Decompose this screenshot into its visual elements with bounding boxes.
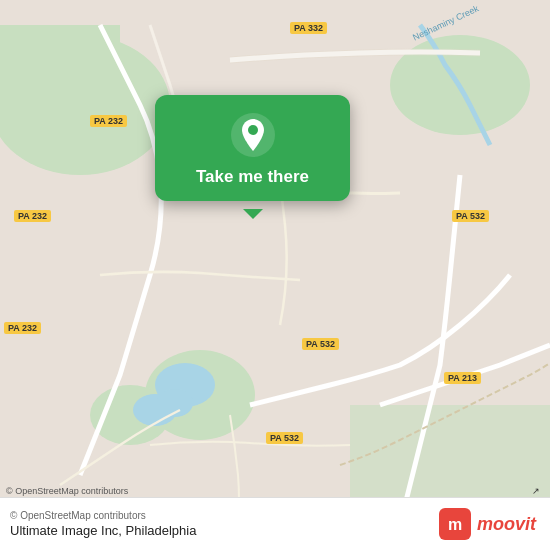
road-label-pa532-right: PA 532 bbox=[452, 210, 489, 222]
map-background bbox=[0, 0, 550, 550]
svg-point-11 bbox=[248, 125, 258, 135]
moovit-icon: m bbox=[439, 508, 471, 540]
road-label-pa213: PA 213 bbox=[444, 372, 481, 384]
road-label-pa232-mid: PA 232 bbox=[14, 210, 51, 222]
popup[interactable]: Take me there bbox=[155, 95, 350, 201]
road-label-pa232-bot: PA 232 bbox=[4, 322, 41, 334]
attribution-text: © OpenStreetMap contributors bbox=[10, 510, 196, 521]
moovit-text: moovit bbox=[477, 514, 536, 535]
moovit-logo[interactable]: m moovit bbox=[439, 508, 536, 540]
bottom-bar: © OpenStreetMap contributors Ultimate Im… bbox=[0, 497, 550, 550]
road-label-pa532-bot: PA 532 bbox=[266, 432, 303, 444]
road-label-pa232-top: PA 232 bbox=[90, 115, 127, 127]
osm-credit: © OpenStreetMap contributors bbox=[6, 486, 128, 496]
svg-text:m: m bbox=[448, 516, 462, 533]
map-container: PA 332 PA 232 PA 232 PA 232 PA 532 PA 53… bbox=[0, 0, 550, 550]
location-pin-icon bbox=[231, 113, 275, 157]
popup-label: Take me there bbox=[196, 167, 309, 187]
road-label-pa332: PA 332 bbox=[290, 22, 327, 34]
location-name: Ultimate Image Inc, Philadelphia bbox=[10, 523, 196, 538]
road-label-pa532-mid: PA 532 bbox=[302, 338, 339, 350]
bottom-bar-left: © OpenStreetMap contributors Ultimate Im… bbox=[10, 510, 196, 538]
map-scale: ↗ bbox=[532, 486, 540, 496]
